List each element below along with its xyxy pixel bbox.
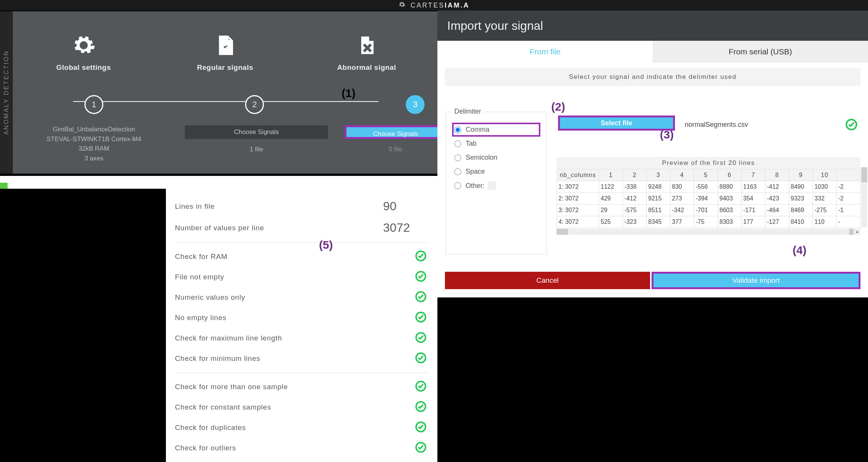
preview-cell: 29: [599, 205, 623, 216]
check-ok-icon: [413, 401, 428, 414]
check-ok-icon: [413, 250, 428, 263]
preview-cell: 8469: [789, 205, 813, 216]
choose-regular-signals-button[interactable]: Choose Signals: [185, 125, 328, 139]
regular-file-count: 1 file: [185, 146, 328, 153]
validation-panel: Lines in file 90 Number of values per li…: [166, 189, 437, 462]
check-row: No empty lines: [175, 308, 428, 328]
step-1-circle[interactable]: 1: [84, 95, 103, 114]
preview-header-cell: 2: [623, 169, 647, 181]
preview-cell: -75: [694, 216, 718, 228]
delimiter-semicolon[interactable]: Semicolon: [452, 151, 540, 165]
vscroll-thumb[interactable]: [861, 167, 867, 182]
preview-cell: 8490: [789, 181, 813, 193]
preview-cell: 830: [670, 181, 694, 193]
preview-cell: 273: [670, 193, 694, 205]
delimiter-comma-radio[interactable]: [454, 126, 461, 133]
hscroll-thumb-right[interactable]: [849, 229, 854, 235]
delimiter-space-radio[interactable]: [454, 168, 461, 175]
preview-cell: 1122: [599, 181, 623, 193]
tab-from-file[interactable]: From file: [437, 41, 653, 63]
preview-cell: 9248: [647, 181, 670, 193]
brand-text-pre: CARTES: [411, 2, 445, 9]
vertical-scrollbar[interactable]: [861, 167, 867, 227]
preview-cell: -127: [765, 216, 789, 228]
step-2-circle[interactable]: 2: [245, 95, 264, 114]
delimiter-other-input[interactable]: [488, 182, 496, 190]
select-file-button[interactable]: Select file: [558, 116, 675, 131]
preview-header-cell: nb_columns: [557, 169, 599, 181]
preview-cell: -701: [694, 205, 718, 216]
hscroll-thumb-left[interactable]: [557, 229, 568, 235]
preview-cell: -464: [765, 205, 789, 216]
preview-cell: -: [837, 216, 860, 228]
check-label: Check for RAM: [175, 253, 413, 261]
abnormal-file-count: 0 file: [345, 146, 446, 153]
preview-area: Preview of the first 20 lines nb_columns…: [557, 157, 860, 235]
values-per-line-label: Number of values per line: [175, 224, 383, 232]
preview-cell: -171: [742, 205, 765, 216]
wizard-header: Global settings Regular signals Abnormal…: [13, 11, 437, 174]
delimiter-comma[interactable]: Comma: [452, 123, 540, 137]
cancel-button[interactable]: Cancel: [445, 272, 650, 289]
gear-icon: [399, 0, 405, 11]
delimiter-fieldset: Delimiter Comma Tab Semicolon Space Othe…: [446, 112, 547, 254]
check-ok-icon: [413, 311, 428, 324]
lines-in-file-label: Lines in file: [175, 202, 383, 211]
step-3-circle[interactable]: 3: [406, 95, 425, 114]
preview-cell: -338: [623, 181, 647, 193]
annotation-5: (5): [319, 239, 333, 251]
tab-from-serial[interactable]: From serial (USB): [653, 41, 868, 63]
preview-cell: 2: 3072: [557, 193, 599, 205]
x-file-icon: [296, 30, 437, 60]
delimiter-tab-radio[interactable]: [454, 140, 461, 147]
preview-cell: 9323: [789, 193, 813, 205]
preview-cell: 8410: [789, 216, 813, 228]
project-settings-summary: GimBal_UnbalanceDetection STEVAL-STWINKT…: [32, 125, 156, 163]
horizontal-scrollbar[interactable]: ▸: [557, 229, 860, 235]
delimiter-space[interactable]: Space: [452, 165, 540, 179]
preview-cell: -556: [694, 181, 718, 193]
hint-text: Select your signal and indicate the deli…: [445, 68, 860, 86]
progress-chip: [0, 183, 8, 189]
divider-strip: [0, 176, 437, 189]
preview-header-cell: 7: [742, 169, 765, 181]
check-row: File not empty: [175, 267, 428, 287]
hscroll-arrow[interactable]: ▸: [854, 229, 860, 235]
preview-header-cell: 9: [789, 169, 813, 181]
check-label: Check for minimum lines: [175, 354, 413, 363]
preview-cell: 9215: [647, 193, 670, 205]
delimiter-other[interactable]: Other:: [452, 179, 540, 193]
modal-title: Import your signal: [437, 11, 868, 41]
preview-cell: -394: [694, 193, 718, 205]
preview-cell: -575: [623, 205, 647, 216]
preview-cell: 1030: [813, 181, 837, 193]
preview-header-cell: 5: [694, 169, 718, 181]
check-label: Numeric values only: [175, 293, 413, 302]
table-row: 4: 3072525-3238345377-758303177-12784101…: [557, 216, 860, 228]
preview-cell: 1163: [742, 181, 765, 193]
choose-abnormal-signals-button[interactable]: Choose Signals: [345, 125, 446, 139]
preview-cell: 377: [670, 216, 694, 228]
preview-cell: 525: [599, 216, 623, 228]
check-ok-icon: [413, 442, 428, 454]
brand-text-bold: IAM.A: [445, 2, 469, 9]
side-nav: ANOMALY DETECTION: [0, 11, 13, 174]
lines-in-file-value: 90: [383, 199, 428, 213]
preview-header-cell: 4: [670, 169, 694, 181]
preview-cell: 8345: [647, 216, 670, 228]
preview-header-cell: [837, 169, 860, 181]
annotation-3: (3): [660, 128, 674, 141]
check-row: Check for minimum lines: [175, 348, 428, 369]
check-label: File not empty: [175, 273, 413, 281]
step-title-regular: Regular signals: [154, 63, 296, 72]
annotation-1: (1): [342, 87, 356, 100]
check-label: Check for duplicates: [175, 424, 413, 432]
preview-cell: 8511: [647, 205, 670, 216]
annotation-4: (4): [793, 244, 807, 257]
delimiter-other-radio[interactable]: [454, 182, 461, 189]
delimiter-semicolon-radio[interactable]: [454, 154, 461, 161]
delimiter-tab[interactable]: Tab: [452, 137, 540, 151]
modal-tabs: From file From serial (USB): [437, 41, 868, 63]
validate-import-button[interactable]: Validate import: [652, 272, 860, 289]
step-title-global: Global settings: [13, 63, 154, 72]
